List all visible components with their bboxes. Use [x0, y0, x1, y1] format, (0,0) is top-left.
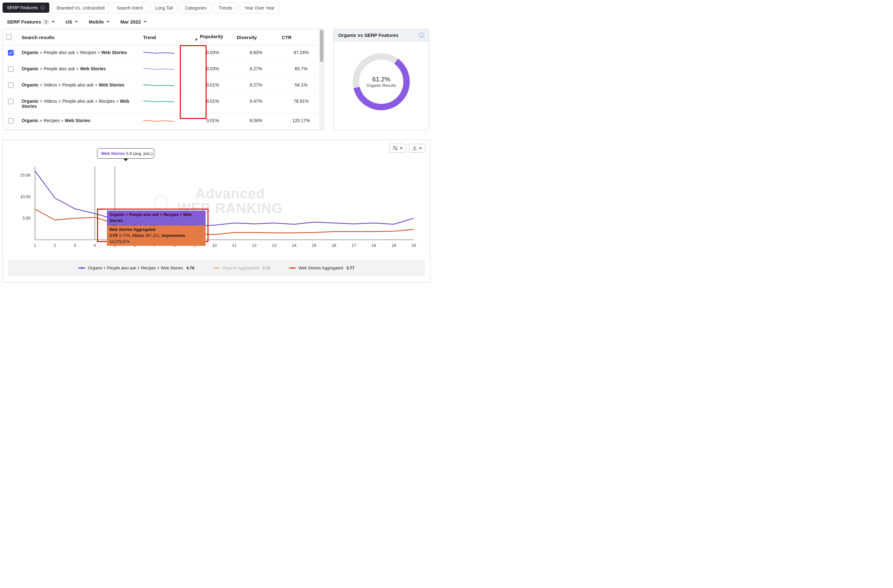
svg-text:3: 3 — [74, 243, 76, 248]
chevron-down-icon — [75, 21, 78, 22]
card-title: Organic vs SERP Features — [338, 32, 398, 38]
callout-series-b: Web Stories Aggregated CTR 3.77%, Clicks… — [107, 225, 206, 246]
chart-legend: Organic + People also ask + Recipes + We… — [8, 260, 425, 276]
sparkline-icon — [143, 82, 175, 89]
svg-text:13: 13 — [272, 243, 276, 248]
legend-item-a[interactable]: Organic + People also ask + Recipes + We… — [78, 266, 194, 270]
svg-text:14: 14 — [292, 243, 296, 248]
table-row[interactable]: Organic + Videos + People also ask + Web… — [3, 78, 324, 94]
chart-settings-button[interactable] — [389, 144, 406, 153]
filter-date[interactable]: Mar 2022 — [120, 19, 146, 24]
row-name: Organic + Videos + People also ask + Web… — [18, 78, 140, 94]
filter-market[interactable]: US — [66, 19, 78, 24]
row-checkbox[interactable] — [8, 66, 14, 72]
tab-search-intent[interactable]: Search Intent — [112, 3, 148, 14]
row-trend — [140, 78, 192, 94]
donut-percent: 61.2% — [367, 76, 396, 83]
filter-label: US — [66, 19, 72, 24]
chevron-down-icon — [144, 21, 147, 22]
row-trend — [140, 94, 192, 114]
row-popularity: 0.03% — [192, 45, 234, 62]
tab-year-over-year[interactable]: Year Over Year — [240, 3, 279, 14]
row-popularity: 0.01% — [192, 94, 234, 114]
tab-categories[interactable]: Categories — [180, 3, 211, 14]
row-ctr: 78.91% — [278, 94, 324, 114]
table-row[interactable]: Organic + People also ask + Web Stories … — [3, 62, 324, 78]
row-popularity: 0.03% — [192, 62, 234, 78]
table-row[interactable]: Organic + Recipes + Web Stories 0.01%8.0… — [3, 114, 324, 130]
row-name: Organic + People also ask + Web Stories — [18, 62, 140, 78]
row-checkbox[interactable] — [8, 50, 14, 56]
svg-text:15: 15 — [312, 243, 316, 248]
report-tabs: SERP Features i Branded Vs. Unbranded Se… — [3, 3, 430, 14]
col-header-popularity[interactable]: Popularity — [192, 29, 234, 45]
svg-point-5 — [395, 148, 397, 150]
chevron-down-icon — [106, 21, 110, 22]
col-header-diversity[interactable]: Diversity — [234, 29, 279, 45]
row-trend — [140, 62, 192, 78]
svg-text:1: 1 — [34, 243, 36, 248]
tab-branded-vs-unbranded[interactable]: Branded Vs. Unbranded — [52, 3, 109, 14]
table-row[interactable]: Organic + Videos + People also ask + Rec… — [3, 94, 324, 114]
filter-device[interactable]: Mobile — [89, 19, 110, 24]
table-row[interactable]: Organic + People also ask + Recipes + We… — [3, 45, 324, 62]
svg-text:20: 20 — [412, 243, 416, 248]
tab-long-tail[interactable]: Long Tail — [150, 3, 178, 14]
row-ctr: 69.7% — [278, 62, 324, 78]
filter-label: Mobile — [89, 19, 104, 24]
results-table-panel: Search results Trend Popularity Diversit… — [3, 29, 324, 130]
row-popularity: 0.01% — [192, 78, 234, 94]
scrollbar-track[interactable] — [319, 29, 324, 130]
info-icon[interactable]: i — [419, 33, 424, 38]
svg-text:11: 11 — [232, 243, 236, 248]
tab-trends[interactable]: Trends — [214, 3, 237, 14]
row-name: Organic + Videos + People also ask + Rec… — [18, 94, 140, 114]
ctr-chart-panel: Advanced WEB RANKING Web Stories 5.9 (av… — [3, 140, 430, 283]
filter-label: SERP Features — [7, 19, 41, 24]
row-diversity: 9.27% — [234, 62, 279, 78]
filter-serp-features[interactable]: SERP Features 2 — [7, 19, 55, 24]
col-header-search-results[interactable]: Search results — [18, 29, 140, 45]
row-name: Organic + Recipes + Web Stories — [18, 114, 140, 130]
svg-text:18: 18 — [372, 243, 376, 248]
organic-donut: 61.2% Organic Results — [334, 41, 429, 123]
chart-download-button[interactable] — [409, 144, 425, 153]
legend-item-c[interactable]: Web Stories Aggregated 3.77 — [289, 266, 355, 270]
chevron-down-icon — [51, 21, 55, 22]
ctr-line-chart[interactable]: Advanced WEB RANKING Web Stories 5.9 (av… — [13, 154, 420, 251]
row-trend — [140, 114, 192, 130]
row-checkbox[interactable] — [8, 82, 14, 88]
sparkline-icon — [143, 99, 175, 106]
sliders-icon — [393, 146, 398, 150]
legend-swatch — [78, 267, 85, 268]
chevron-down-icon — [419, 147, 422, 149]
select-all-checkbox[interactable] — [6, 34, 12, 40]
tab-serp-features[interactable]: SERP Features i — [3, 3, 49, 13]
svg-text:4: 4 — [93, 243, 96, 248]
svg-text:15.00: 15.00 — [20, 172, 30, 177]
svg-text:16: 16 — [332, 243, 336, 248]
row-ctr: 54.1% — [278, 78, 324, 94]
col-header-ctr[interactable]: CTR — [278, 29, 324, 45]
row-checkbox[interactable] — [8, 118, 14, 124]
row-checkbox[interactable] — [8, 99, 14, 104]
svg-text:17: 17 — [352, 243, 356, 248]
chart-svg: 5.0010.0015.0012345678910111213141516171… — [13, 154, 420, 251]
organic-vs-serp-card: Organic vs SERP Features i 61.2% Organic… — [334, 29, 429, 130]
filter-label: Mar 2022 — [120, 19, 141, 24]
legend-item-b[interactable]: Organic Aggregated 3.33 — [213, 266, 271, 270]
scrollbar-thumb[interactable] — [320, 30, 323, 62]
col-header-trend[interactable]: Trend — [140, 29, 192, 45]
svg-text:12: 12 — [252, 243, 257, 248]
download-icon — [412, 146, 417, 150]
row-trend — [140, 45, 192, 62]
row-diversity: 8.04% — [234, 114, 279, 130]
results-table: Search results Trend Popularity Diversit… — [3, 29, 324, 130]
info-icon[interactable]: i — [41, 5, 45, 10]
svg-text:2: 2 — [54, 243, 56, 248]
row-name: Organic + People also ask + Recipes + We… — [18, 45, 140, 62]
sparkline-icon — [143, 66, 175, 73]
row-ctr: 97.24% — [278, 45, 324, 62]
row-diversity: 8.83% — [234, 45, 279, 62]
chart-tooltip: Web Stories 5.9 (avg. pos.) — [97, 148, 154, 159]
